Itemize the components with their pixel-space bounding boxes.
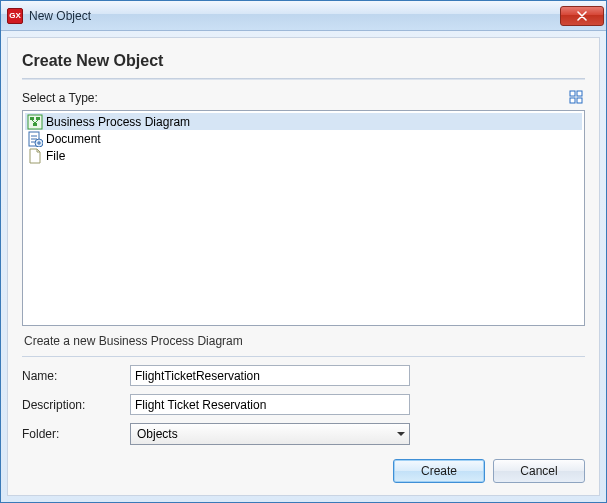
chevron-down-icon: [397, 432, 405, 436]
button-row: Create Cancel: [22, 459, 585, 483]
description-input[interactable]: [130, 394, 410, 415]
select-type-row: Select a Type:: [22, 90, 585, 106]
create-button-label: Create: [421, 464, 457, 478]
window-title: New Object: [29, 9, 560, 23]
name-label: Name:: [22, 369, 130, 383]
folder-value: Objects: [137, 427, 178, 441]
type-item-label: Document: [46, 132, 101, 146]
svg-rect-3: [577, 98, 582, 103]
svg-rect-2: [570, 98, 575, 103]
divider: [22, 78, 585, 80]
description-label: Description:: [22, 398, 130, 412]
svg-rect-6: [36, 117, 40, 120]
svg-rect-5: [30, 117, 34, 120]
new-object-dialog: GX New Object Create New Object Select a…: [0, 0, 607, 503]
create-button[interactable]: Create: [393, 459, 485, 483]
type-item-label: Business Process Diagram: [46, 115, 190, 129]
type-item-label: File: [46, 149, 65, 163]
folder-dropdown[interactable]: Objects: [130, 423, 410, 445]
svg-rect-1: [577, 91, 582, 96]
document-icon: [27, 131, 43, 147]
cancel-button[interactable]: Cancel: [493, 459, 585, 483]
description-row: Description:: [22, 394, 585, 415]
bpd-icon: [27, 114, 43, 130]
titlebar[interactable]: GX New Object: [1, 1, 606, 31]
select-type-label: Select a Type:: [22, 91, 98, 105]
divider: [22, 356, 585, 357]
app-icon: GX: [7, 8, 23, 24]
svg-rect-0: [570, 91, 575, 96]
close-icon: [577, 11, 587, 21]
type-description: Create a new Business Process Diagram: [22, 332, 585, 354]
name-row: Name:: [22, 365, 585, 386]
folder-row: Folder: Objects: [22, 423, 585, 445]
folder-label: Folder:: [22, 427, 130, 441]
view-mode-icon[interactable]: [569, 90, 585, 106]
close-button[interactable]: [560, 6, 604, 26]
cancel-button-label: Cancel: [520, 464, 557, 478]
type-item-document[interactable]: Document: [25, 130, 582, 147]
type-item-file[interactable]: File: [25, 147, 582, 164]
type-item-bpd[interactable]: Business Process Diagram: [25, 113, 582, 130]
file-icon: [27, 148, 43, 164]
name-input[interactable]: [130, 365, 410, 386]
app-icon-label: GX: [9, 11, 21, 20]
type-list[interactable]: Business Process Diagram Document: [22, 110, 585, 326]
client-area: Create New Object Select a Type:: [7, 37, 600, 496]
page-title: Create New Object: [22, 48, 585, 78]
svg-rect-7: [33, 123, 37, 126]
